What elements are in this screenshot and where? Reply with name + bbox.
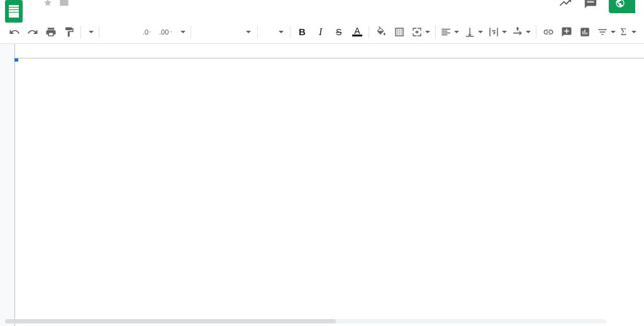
horizontal-scrollbar[interactable] <box>5 319 606 323</box>
format-currency-button[interactable] <box>102 23 120 41</box>
selection-cursor <box>15 58 18 61</box>
decrease-decimal-button[interactable]: .0← <box>139 23 157 41</box>
globe-lock-icon <box>615 0 625 8</box>
activity-trend-icon[interactable] <box>558 0 572 11</box>
print-button[interactable] <box>42 23 60 41</box>
insert-link-button[interactable] <box>539 23 557 41</box>
borders-button[interactable] <box>390 23 408 41</box>
font-select[interactable] <box>194 31 255 33</box>
zoom-select[interactable] <box>84 31 96 33</box>
google-sheets-app: .0← .00→ B I S A Σ <box>0 0 644 326</box>
share-button[interactable] <box>609 0 635 13</box>
font-size-select[interactable] <box>260 31 287 33</box>
sheets-logo-icon[interactable] <box>5 0 23 23</box>
select-all-corner[interactable] <box>0 44 15 58</box>
horizontal-align-button[interactable] <box>438 26 462 38</box>
undo-button[interactable] <box>5 23 23 41</box>
insert-comment-button[interactable] <box>558 23 576 41</box>
toolbar: .0← .00→ B I S A Σ <box>0 20 644 44</box>
folder-icon[interactable] <box>59 0 69 9</box>
text-wrap-button[interactable] <box>486 26 509 38</box>
horizontal-scrollbar-thumb[interactable] <box>5 319 336 323</box>
strikethrough-button[interactable]: S <box>330 23 348 41</box>
column-header-row <box>0 44 644 58</box>
bold-button[interactable]: B <box>293 23 311 41</box>
merge-cells-button[interactable] <box>409 26 433 38</box>
text-color-button[interactable]: A <box>348 23 366 41</box>
fill-color-button[interactable] <box>372 23 390 41</box>
format-percent-button[interactable] <box>120 23 138 41</box>
star-icon[interactable] <box>43 0 53 9</box>
redo-button[interactable] <box>23 23 42 41</box>
increase-decimal-button[interactable]: .00→ <box>157 23 175 41</box>
title-bar <box>0 0 644 20</box>
comment-icon[interactable] <box>584 0 597 11</box>
cells-area[interactable] <box>15 58 644 326</box>
more-formats-button[interactable] <box>175 31 188 33</box>
filter-button[interactable] <box>594 26 618 38</box>
vertical-align-button[interactable] <box>462 26 486 38</box>
paint-format-button[interactable] <box>60 23 78 41</box>
text-rotation-button[interactable] <box>509 26 533 38</box>
grid-body <box>0 58 644 326</box>
italic-button[interactable]: I <box>311 23 330 41</box>
row-header-column <box>0 58 15 326</box>
functions-button[interactable]: Σ <box>618 26 639 38</box>
document-title[interactable] <box>31 2 36 4</box>
insert-chart-button[interactable] <box>576 23 594 41</box>
